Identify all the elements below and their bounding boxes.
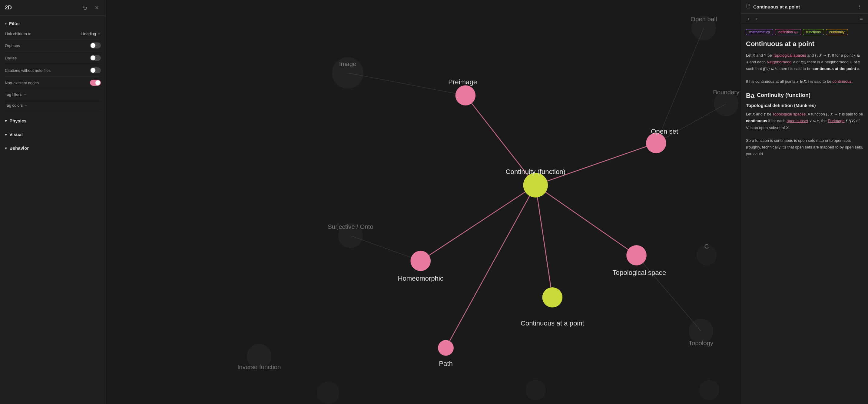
physics-group: ▾ Physics	[0, 114, 106, 127]
svg-point-10	[525, 380, 546, 400]
section2-body2: So a function is continuous is open sets…	[746, 137, 863, 157]
orphans-row: Orphans	[5, 39, 101, 52]
orphans-label: Orphans	[5, 44, 20, 48]
svg-text:Homeomorphic: Homeomorphic	[398, 275, 443, 282]
svg-text:Topology: Topology	[689, 340, 714, 346]
orphans-toggle[interactable]	[90, 42, 101, 49]
svg-point-24	[523, 173, 548, 197]
heading-dropdown[interactable]: Heading	[82, 31, 101, 36]
svg-point-28	[626, 245, 647, 265]
svg-text:Open ball: Open ball	[690, 16, 717, 23]
link-children-row: Link children to Heading	[5, 28, 101, 39]
filter-chevron: ▾	[5, 22, 7, 26]
filter-section: ▾ Filter Link children to Heading Orphan…	[0, 16, 106, 114]
graph-area[interactable]: Continuity (function) Continuous at a po…	[106, 0, 741, 404]
nav-forward-button[interactable]: ›	[753, 16, 759, 22]
svg-text:C: C	[705, 243, 709, 250]
divider-b: Ba	[746, 92, 754, 100]
visual-label: Visual	[9, 132, 23, 137]
neighborhood-link[interactable]: Neighborhood	[767, 60, 792, 64]
filter-label: Filter	[9, 21, 20, 26]
nav-arrows: ‹ ›	[746, 16, 759, 22]
svg-text:Boundary: Boundary	[713, 89, 740, 95]
open-subset-link[interactable]: open subset	[786, 118, 808, 123]
undo-button[interactable]	[82, 4, 89, 11]
behavior-label: Behavior	[9, 145, 29, 151]
non-existant-toggle[interactable]	[90, 80, 101, 86]
preimage-link[interactable]: Preimage	[828, 118, 845, 123]
behavior-chevron: ▾	[5, 146, 7, 151]
right-content: mathematics definition functions continu…	[741, 24, 868, 404]
visual-chevron: ▾	[5, 132, 7, 137]
svg-point-45	[859, 5, 860, 5]
main-content-body2: If f is continuous at all points x ∈ X, …	[746, 78, 863, 85]
tag-colors-row[interactable]: Tag colors	[5, 100, 101, 111]
physics-label: Physics	[9, 118, 27, 123]
list-view-button[interactable]	[858, 16, 863, 22]
citations-row: Citations without note files	[5, 64, 101, 77]
topological-spaces-link2[interactable]: Topological spaces	[772, 112, 806, 116]
svg-point-27	[646, 133, 666, 153]
doc-icon	[746, 4, 751, 10]
svg-point-54	[796, 32, 797, 33]
right-panel-header: Continuous at a point	[741, 0, 868, 13]
graph-svg: Continuity (function) Continuous at a po…	[106, 0, 741, 404]
dailies-toggle[interactable]	[90, 55, 101, 61]
main-content-title: Continuous at a point	[746, 40, 863, 48]
dailies-label: Dailies	[5, 56, 17, 60]
tag-def-label: definition	[778, 30, 793, 34]
more-options-button[interactable]	[856, 3, 863, 10]
filter-header[interactable]: ▾ Filter	[5, 19, 101, 28]
section2-title-row: Ba Continuity (function)	[746, 91, 863, 100]
non-existant-row: Non-existant nodes	[5, 77, 101, 89]
svg-point-9	[317, 381, 339, 404]
main-content-body1: Let X and Y be Topological spaces and f …	[746, 52, 863, 72]
svg-text:Continuous at a point: Continuous at a point	[521, 319, 584, 327]
svg-point-30	[438, 340, 454, 356]
section2-sub-title: Topological definition (Munkres)	[746, 103, 863, 108]
tag-colors-label: Tag colors	[5, 103, 23, 108]
sidebar: 2D ▾ Filter Link children to Heading Orp…	[0, 0, 106, 404]
topological-spaces-link1[interactable]: Topological spaces	[773, 53, 806, 58]
svg-point-29	[410, 251, 431, 271]
svg-text:Inverse function: Inverse function	[238, 364, 281, 370]
close-button[interactable]	[93, 4, 101, 11]
svg-text:Open set: Open set	[651, 127, 678, 135]
sidebar-header: 2D	[0, 0, 106, 16]
svg-text:Preimage: Preimage	[448, 78, 477, 86]
citations-label: Citations without note files	[5, 68, 51, 73]
right-panel: Continuous at a point ‹ › mathematics de…	[741, 0, 868, 404]
svg-point-25	[542, 287, 562, 308]
right-panel-title: Continuous at a point	[753, 4, 800, 9]
section2-body1: Let X and Y be Topological spaces. A fun…	[746, 111, 863, 131]
svg-point-46	[859, 6, 860, 7]
svg-text:Image: Image	[339, 61, 356, 67]
tag-functions[interactable]: functions	[803, 29, 824, 35]
tag-continuity[interactable]: continuity	[826, 29, 848, 35]
svg-text:Path: Path	[439, 360, 453, 367]
svg-point-11	[699, 380, 720, 400]
svg-text:Topological space: Topological space	[613, 269, 666, 277]
svg-text:Continuity (function): Continuity (function)	[506, 168, 565, 175]
visual-header[interactable]: ▾ Visual	[0, 129, 106, 139]
physics-header[interactable]: ▾ Physics	[0, 116, 106, 126]
right-panel-title-row: Continuous at a point	[746, 4, 800, 10]
svg-rect-2	[115, 0, 732, 404]
behavior-header[interactable]: ▾ Behavior	[0, 143, 106, 153]
svg-point-47	[859, 8, 860, 8]
visual-group: ▾ Visual	[0, 127, 106, 141]
link-children-label: Link children to	[5, 31, 31, 36]
svg-text:Surjective / Onto: Surjective / Onto	[328, 223, 373, 230]
nav-back-button[interactable]: ‹	[746, 16, 751, 22]
sidebar-header-icons	[82, 4, 101, 11]
citations-toggle[interactable]	[90, 67, 101, 73]
tag-mathematics[interactable]: mathematics	[746, 29, 773, 35]
tag-definition[interactable]: definition	[775, 29, 801, 35]
svg-point-26	[456, 85, 476, 106]
sidebar-title: 2D	[5, 4, 12, 11]
non-existant-label: Non-existant nodes	[5, 81, 39, 85]
right-panel-nav: ‹ ›	[741, 13, 868, 24]
tags-row: mathematics definition functions continu…	[746, 29, 863, 35]
tag-filters-row[interactable]: Tag filters	[5, 89, 101, 100]
continuous-link[interactable]: continuous	[833, 79, 851, 84]
